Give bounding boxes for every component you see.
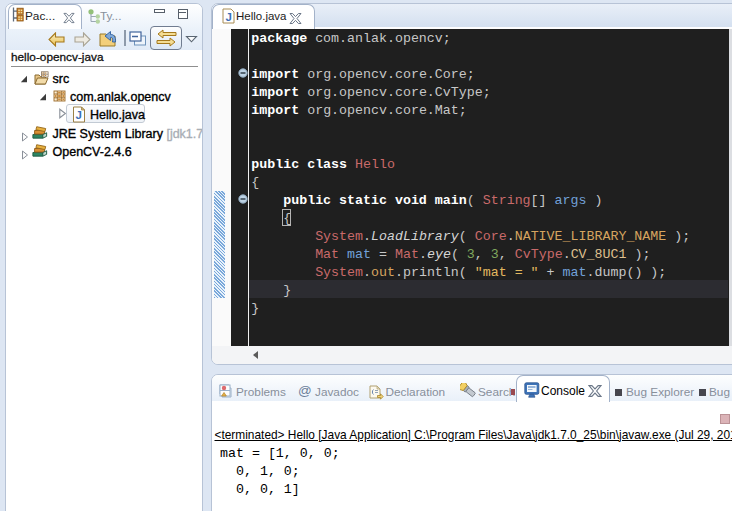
svg-text:J: J: [76, 109, 82, 121]
svg-text:J: J: [226, 11, 232, 23]
